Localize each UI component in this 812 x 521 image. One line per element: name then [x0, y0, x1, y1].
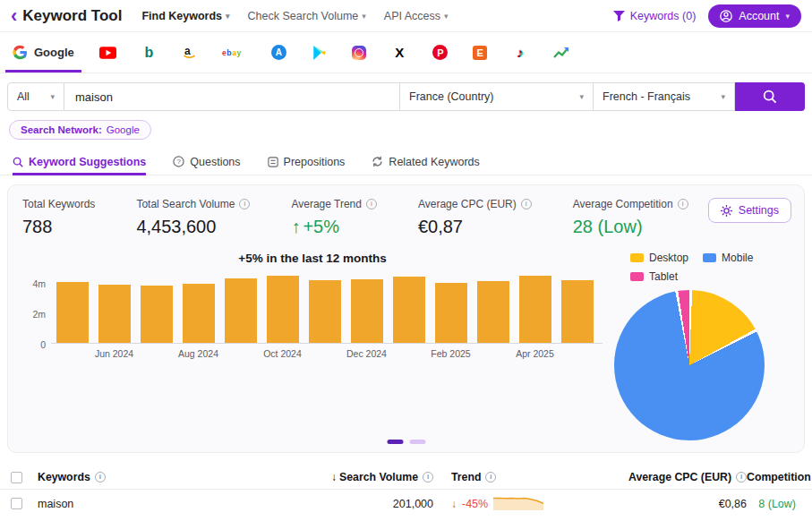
appstore-icon: A	[271, 45, 286, 61]
main-nav: Find Keywords▾Check Search Volume▾API Ac…	[141, 10, 448, 22]
x-axis-label	[219, 348, 261, 359]
network-badge-value: Google	[107, 124, 140, 135]
x-icon: X	[392, 45, 407, 61]
y-axis-tick: 4m	[22, 278, 46, 289]
header-right: Keywords (0) Account ▾	[613, 4, 801, 28]
platform-tabs: GooglebaebayAXPE♪	[0, 32, 812, 73]
info-icon[interactable]	[366, 199, 377, 209]
amazon-icon: a	[182, 45, 197, 61]
instagram-icon	[352, 45, 367, 61]
nav-item-find-keywords[interactable]: Find Keywords▾	[141, 10, 229, 22]
network-badge-label: Search Network:	[21, 124, 102, 135]
tab-related-keywords[interactable]: Related Keywords	[372, 149, 479, 175]
table-row[interactable]: maison201,000↓-45%€0,868 (Low)	[0, 490, 812, 517]
svg-text:P: P	[437, 47, 443, 58]
info-icon[interactable]	[521, 199, 532, 209]
info-icon[interactable]	[485, 472, 496, 483]
column-header-search-volume[interactable]: ↓Search Volume	[317, 471, 433, 483]
platform-tab-ebay[interactable]: ebay	[222, 32, 246, 73]
search-button[interactable]	[735, 82, 805, 111]
info-icon[interactable]	[95, 472, 106, 483]
keyword-search-input[interactable]	[64, 82, 400, 111]
column-label: Keywords	[38, 471, 90, 483]
platform-tab-instagram[interactable]	[352, 32, 367, 73]
table-body: maison201,000↓-45%€0,868 (Low)	[0, 490, 812, 517]
question-icon: ?	[173, 156, 184, 167]
select-all-checkbox[interactable]	[11, 472, 22, 483]
platform-tab-pinterest[interactable]: P	[432, 32, 448, 73]
info-icon[interactable]	[678, 199, 688, 209]
google-icon	[13, 45, 28, 61]
info-icon[interactable]	[736, 472, 747, 483]
carousel-dot-2[interactable]	[409, 440, 425, 444]
keyword-cell: maison	[38, 498, 317, 510]
platform-tab-youtube[interactable]	[99, 32, 116, 73]
column-header-keywords[interactable]: Keywords	[38, 471, 317, 483]
tab-keyword-suggestions[interactable]: Keyword Suggestions	[13, 149, 146, 175]
carousel-dots	[387, 440, 425, 444]
legend-swatch	[630, 253, 644, 262]
search-icon	[763, 90, 777, 104]
svg-text:a: a	[184, 45, 191, 57]
stat-average-cpc: Average CPC (EUR) €0,87	[418, 198, 532, 237]
account-button[interactable]: Account ▾	[708, 4, 801, 28]
platform-tab-playstore[interactable]	[312, 32, 327, 73]
column-label: Average CPC (EUR)	[628, 471, 731, 483]
bar-oct-2024	[267, 276, 299, 343]
bar-jun-2024	[98, 285, 131, 343]
platform-tab-bing[interactable]: b	[141, 32, 157, 73]
svg-text:a: a	[232, 47, 236, 56]
playstore-icon	[312, 45, 327, 61]
nav-item-check-search-volume[interactable]: Check Search Volume▾	[248, 10, 366, 22]
stat-value: 788	[22, 217, 95, 237]
platform-tab-etsy[interactable]: E	[473, 32, 488, 73]
tab-prepositions[interactable]: Prepositions	[268, 149, 346, 175]
trend-up-icon: ↑	[291, 217, 300, 236]
tab-label: Questions	[190, 156, 240, 168]
bar-jan-2025	[393, 277, 425, 343]
svg-text:E: E	[477, 47, 483, 58]
country-select[interactable]: France (Country) ▾	[400, 82, 594, 111]
competition-cell: 8 (Low)	[747, 498, 801, 510]
tab-questions[interactable]: ?Questions	[173, 149, 240, 175]
platform-tab-google[interactable]: Google	[13, 32, 74, 73]
settings-button[interactable]: Settings	[708, 198, 791, 223]
back-chevron-icon[interactable]: ‹	[11, 6, 17, 26]
x-axis-label	[303, 348, 346, 359]
carousel-dot-1[interactable]	[387, 440, 403, 444]
tiktok-icon: ♪	[513, 45, 528, 61]
platform-tab-trends[interactable]	[553, 32, 569, 73]
pie-graphic	[614, 290, 765, 440]
y-axis-tick: 2m	[22, 309, 46, 320]
info-icon[interactable]	[423, 472, 433, 483]
youtube-icon	[99, 45, 116, 61]
row-checkbox[interactable]	[11, 498, 22, 509]
platform-tab-appstore[interactable]: A	[271, 32, 286, 73]
column-header-competition[interactable]: Competition	[747, 471, 812, 483]
column-header-average-cpc-eur[interactable]: Average CPC (EUR)	[578, 471, 747, 483]
column-header-trend[interactable]: Trend	[433, 471, 578, 483]
trend-down-icon: ↓	[451, 498, 457, 510]
app-logo[interactable]: Keyword Tool	[22, 7, 122, 25]
search-network-badge[interactable]: Search Network: Google	[9, 120, 151, 140]
legend-swatch	[630, 272, 644, 281]
stat-total-keywords: Total Keywords 788	[22, 198, 95, 237]
bar-jul-2024	[141, 286, 173, 343]
info-icon[interactable]	[239, 199, 250, 209]
stat-label: Average CPC (EUR)	[418, 198, 532, 210]
keywords-counter-link[interactable]: Keywords (0)	[613, 10, 697, 22]
charts-row: +5% in the last 12 months 4m2m0 Jun 2024…	[22, 250, 790, 440]
sort-desc-icon[interactable]: ↓	[331, 471, 337, 483]
platform-tab-tiktok[interactable]: ♪	[513, 32, 528, 73]
language-select[interactable]: French - Français ▾	[594, 82, 735, 111]
category-select[interactable]: All ▾	[7, 82, 64, 111]
tab-label: Prepositions	[284, 156, 346, 168]
platform-tab-x[interactable]: X	[392, 32, 407, 73]
nav-item-api-access[interactable]: API Access▾	[384, 10, 449, 22]
platform-tab-amazon[interactable]: a	[182, 32, 197, 73]
bar-dec-2024	[351, 279, 383, 343]
bar-may-2025	[561, 280, 594, 343]
ebay-icon: ebay	[222, 45, 246, 61]
chevron-down-icon: ▾	[579, 92, 584, 101]
pie-legend: DesktopMobileTablet	[630, 252, 777, 283]
